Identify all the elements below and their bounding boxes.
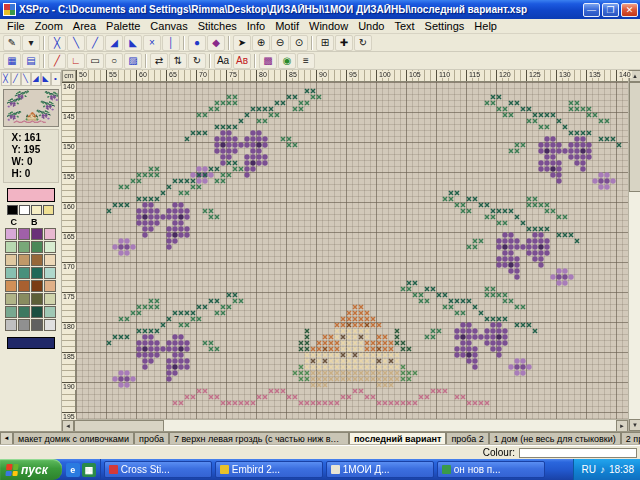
volume-icon[interactable]: ♪	[600, 464, 605, 475]
menu-motif[interactable]: Motif	[270, 19, 304, 33]
quarter-stitch-button[interactable]: ◢	[105, 35, 123, 51]
menu-undo[interactable]: Undo	[353, 19, 389, 33]
palette-swatch[interactable]	[44, 293, 56, 305]
horizontal-scrollbar[interactable]: ◄ ►	[62, 419, 628, 431]
menu-zoom[interactable]: Zoom	[30, 19, 68, 33]
back-stitch-button[interactable]: │	[162, 35, 180, 51]
select-arrow-button[interactable]: ➤	[233, 35, 251, 51]
palette-swatch[interactable]	[18, 267, 30, 279]
palette-bottom-swatch[interactable]	[7, 337, 55, 349]
stitch-full-button[interactable]: ╳	[1, 72, 11, 86]
palette-swatch[interactable]	[31, 254, 43, 266]
close-button[interactable]: ✕	[621, 3, 638, 17]
internet-explorer-icon[interactable]: e	[66, 463, 80, 477]
full-stitch-button[interactable]: ╳	[48, 35, 66, 51]
palette-swatch[interactable]	[5, 254, 17, 266]
menu-canvas[interactable]: Canvas	[145, 19, 192, 33]
palette-swatch[interactable]	[5, 241, 17, 253]
zoom-in-button[interactable]: ⊕	[252, 35, 270, 51]
thread-list-button[interactable]: ≡	[297, 53, 315, 69]
palette-swatch[interactable]	[31, 280, 43, 292]
vertical-scroll-thumb[interactable]	[629, 82, 640, 192]
half-stitch-right-button[interactable]: ╱	[86, 35, 104, 51]
menu-text[interactable]: Text	[389, 19, 419, 33]
start-button[interactable]: пуск	[0, 459, 62, 480]
mirror-horizontal-button[interactable]: ⇄	[150, 53, 168, 69]
palette-swatch[interactable]	[44, 267, 56, 279]
menu-window[interactable]: Window	[304, 19, 353, 33]
ellipse-tool-button[interactable]: ○	[105, 53, 123, 69]
french-knot-button[interactable]: ●	[188, 35, 206, 51]
rectangle-tool-button[interactable]: ▭	[86, 53, 104, 69]
polyline-tool-button[interactable]: ∟	[67, 53, 85, 69]
taskbar-task-button[interactable]: он нов п...	[437, 461, 545, 478]
zoom-actual-button[interactable]: ⊙	[290, 35, 308, 51]
palette-swatch[interactable]	[44, 280, 56, 292]
half-stitch-left-button[interactable]: ╲	[67, 35, 85, 51]
palette-swatch[interactable]	[44, 228, 56, 240]
basic-color-swatch[interactable]	[7, 205, 18, 215]
stitch-half-left-button[interactable]: ╱	[11, 72, 21, 86]
pattern-tab-active[interactable]: последний вариант	[349, 432, 446, 445]
pattern-tab[interactable]: проба 2	[446, 432, 488, 445]
three-quarter-stitch-button[interactable]: ◣	[124, 35, 142, 51]
menu-palette[interactable]: Palette	[101, 19, 145, 33]
basic-color-swatch[interactable]	[31, 205, 42, 215]
motif-library-button[interactable]: ▤	[22, 53, 40, 69]
pattern-tab[interactable]: 1 дом (не весь для стыковки)	[489, 432, 621, 445]
text-cyrillic-button[interactable]: Aв	[233, 53, 251, 69]
show-desktop-icon[interactable]: ▦	[82, 463, 96, 477]
palette-editor-button[interactable]: ▩	[259, 53, 277, 69]
selected-color-swatch[interactable]	[7, 188, 55, 202]
language-indicator[interactable]: RU	[582, 464, 596, 475]
taskbar-task-button[interactable]: Embird 2...	[215, 461, 323, 478]
palette-swatch[interactable]	[31, 267, 43, 279]
taskbar-task-button[interactable]: Cross Sti...	[104, 461, 212, 478]
pencil-tool-button[interactable]: ✎	[3, 35, 21, 51]
minimize-button[interactable]: —	[583, 3, 600, 17]
palette-swatch[interactable]	[18, 241, 30, 253]
pattern-tab[interactable]: 7 верхн левая гроздь (с частью ниж ветки…	[169, 432, 349, 445]
stitch-half-right-button[interactable]: ╲	[21, 72, 31, 86]
basic-color-swatch[interactable]	[19, 205, 30, 215]
palette-swatch[interactable]	[31, 306, 43, 318]
palette-swatch[interactable]	[5, 280, 17, 292]
palette-swatch[interactable]	[5, 293, 17, 305]
palette-swatch[interactable]	[31, 241, 43, 253]
text-latin-button[interactable]: Aa	[214, 53, 232, 69]
palette-swatch[interactable]	[44, 306, 56, 318]
palette-swatch[interactable]	[44, 241, 56, 253]
petite-stitch-button[interactable]: ×	[143, 35, 161, 51]
palette-swatch[interactable]	[18, 254, 30, 266]
palette-swatch[interactable]	[5, 319, 17, 331]
menu-area[interactable]: Area	[68, 19, 101, 33]
stitch-quarter-button[interactable]: ◢	[31, 72, 41, 86]
mirror-vertical-button[interactable]: ⇅	[169, 53, 187, 69]
maximize-button[interactable]: ❐	[602, 3, 619, 17]
palette-swatch[interactable]	[31, 293, 43, 305]
title-bar[interactable]: XSPro - C:\Documents and Settings\Rimma\…	[0, 0, 640, 19]
pattern-tab[interactable]: макет домик с оливочками	[13, 432, 134, 445]
palette-swatch[interactable]	[18, 293, 30, 305]
tab-scroll-left-button[interactable]: ◄	[0, 432, 13, 445]
menu-settings[interactable]: Settings	[420, 19, 470, 33]
grid-toggle-button[interactable]: ⊞	[316, 35, 334, 51]
new-motif-button[interactable]: ▦	[3, 53, 21, 69]
vertical-scrollbar[interactable]: ▲ ▼	[628, 70, 640, 431]
palette-swatch[interactable]	[44, 319, 56, 331]
taskbar-task-button[interactable]: 1МОИ Д...	[326, 461, 434, 478]
bead-button[interactable]: ◆	[207, 35, 225, 51]
basic-color-swatch[interactable]	[43, 205, 54, 215]
palette-swatch[interactable]	[18, 319, 30, 331]
menu-file[interactable]: File	[2, 19, 30, 33]
pencil-dropdown-button[interactable]: ▾	[22, 35, 40, 51]
line-tool-button[interactable]: ╱	[48, 53, 66, 69]
palette-swatch[interactable]	[18, 228, 30, 240]
menu-stitches[interactable]: Stitches	[193, 19, 242, 33]
refresh-view-button[interactable]: ↻	[354, 35, 372, 51]
menu-info[interactable]: Info	[242, 19, 270, 33]
zoom-out-button[interactable]: ⊖	[271, 35, 289, 51]
palette-swatch[interactable]	[18, 280, 30, 292]
palette-swatch[interactable]	[5, 267, 17, 279]
pattern-tab[interactable]: 2 правая ниж гр	[621, 432, 640, 445]
